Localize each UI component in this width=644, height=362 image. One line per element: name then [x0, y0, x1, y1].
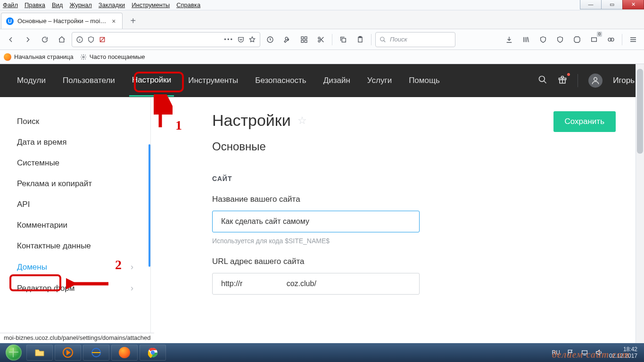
- bookmark-start-page[interactable]: Начальная страница: [4, 53, 74, 61]
- tray-network-icon[interactable]: [581, 349, 588, 356]
- sidebar-item-6[interactable]: Контактные данные: [0, 236, 150, 256]
- sidebar-item-7[interactable]: Домены›: [0, 256, 150, 278]
- menu-help[interactable]: Справка: [176, 1, 200, 8]
- pocket-icon[interactable]: [237, 36, 245, 43]
- nav-modules[interactable]: Модули: [14, 66, 49, 96]
- toolbar-separator: [371, 34, 372, 45]
- annotation-number-2: 2: [115, 258, 122, 272]
- history-icon[interactable]: [263, 33, 277, 47]
- downloads-icon[interactable]: [502, 33, 516, 47]
- paste-icon[interactable]: [353, 33, 367, 47]
- svg-rect-27: [582, 351, 587, 354]
- copy-icon[interactable]: [336, 33, 350, 47]
- firefox-bookmarks-bar: Начальная страница Часто посещаемые: [0, 50, 644, 64]
- nav-forward-button[interactable]: [21, 33, 35, 47]
- taskbar-ie[interactable]: [83, 345, 109, 361]
- sidebar-item-label: Поиск: [17, 117, 39, 126]
- firefox-nav-toolbar: ••• Поиск: [0, 29, 644, 50]
- url-bar[interactable]: •••: [72, 32, 260, 47]
- site-name-hint: Используется для кода $SITE_NAME$: [212, 237, 620, 245]
- page-actions-icon[interactable]: •••: [224, 36, 233, 43]
- nav-home-button[interactable]: [55, 33, 69, 47]
- topnav-gift-icon[interactable]: [558, 75, 567, 86]
- window-maximize-button[interactable]: ▭: [601, 0, 623, 9]
- site-url-input[interactable]: [212, 273, 420, 295]
- bookmark-star-icon[interactable]: [248, 36, 256, 43]
- new-tab-button[interactable]: +: [126, 14, 140, 27]
- nav-design[interactable]: Дизайн: [321, 66, 353, 96]
- settings-main: Настройки ☆ Сохранить Основные САЙТ Назв…: [151, 97, 644, 343]
- permissions-blocked-icon: [99, 36, 106, 43]
- subheading: Основные: [212, 140, 620, 153]
- search-placeholder: Поиск: [390, 36, 407, 43]
- menu-view[interactable]: Вид: [52, 1, 63, 8]
- search-icon: [380, 36, 386, 43]
- customize-icon[interactable]: [297, 33, 311, 47]
- svg-point-20: [594, 77, 597, 81]
- cut-scissors-icon[interactable]: [314, 33, 328, 47]
- menu-edit[interactable]: Правка: [25, 1, 45, 8]
- devtools-wrench-icon[interactable]: [280, 33, 294, 47]
- sidebar-item-3[interactable]: Реклама и копирайт: [0, 173, 150, 194]
- menu-bookmarks[interactable]: Закладки: [99, 1, 125, 8]
- sidebar-item-2[interactable]: Системные: [0, 153, 150, 173]
- svg-rect-4: [305, 37, 307, 39]
- favorite-star-icon[interactable]: ☆: [297, 115, 307, 127]
- sidebar-item-label: Комментарии: [17, 221, 67, 230]
- browser-tab[interactable]: U Основные – Настройки – moi… ×: [1, 13, 123, 29]
- tab-close-icon[interactable]: ×: [110, 17, 117, 25]
- menu-file[interactable]: Файл: [3, 1, 18, 8]
- info-icon: [76, 36, 83, 43]
- tray-lang[interactable]: RU: [552, 349, 560, 356]
- taskbar-firefox[interactable]: [111, 345, 138, 361]
- site-name-input[interactable]: [212, 211, 420, 232]
- page-viewport: Модули Пользователи Настройки Инструмент…: [0, 64, 644, 343]
- nav-help[interactable]: Помощь: [406, 66, 443, 96]
- svg-point-16: [83, 56, 84, 58]
- nav-tools[interactable]: Инструменты: [185, 66, 241, 96]
- start-button[interactable]: [3, 345, 25, 361]
- section-site-label: САЙТ: [212, 175, 620, 182]
- window-close-button[interactable]: ✕: [622, 0, 644, 9]
- sidebar-item-4[interactable]: API: [0, 194, 150, 215]
- nav-security[interactable]: Безопасность: [252, 66, 309, 96]
- tray-volume-icon[interactable]: [595, 349, 603, 356]
- bookmark-most-visited[interactable]: Часто посещаемые: [80, 53, 145, 60]
- firefox-menubar: Файл Правка Вид Журнал Закладки Инструме…: [0, 0, 644, 10]
- topnav-search-icon[interactable]: [538, 75, 547, 86]
- sidebar-item-1[interactable]: Дата и время: [0, 132, 150, 153]
- search-bar[interactable]: Поиск: [375, 32, 455, 47]
- nav-users[interactable]: Пользователи: [60, 66, 118, 96]
- sidebar-item-8[interactable]: Редактор форм›: [0, 278, 150, 299]
- menu-history[interactable]: Журнал: [69, 1, 91, 8]
- sidebar-item-5[interactable]: Комментарии: [0, 215, 150, 236]
- addon-circles-icon[interactable]: [604, 33, 618, 47]
- hamburger-menu-icon[interactable]: [626, 33, 640, 47]
- nav-settings[interactable]: Настройки: [129, 65, 174, 97]
- sidebar-item-0[interactable]: Поиск: [0, 111, 150, 132]
- svg-point-26: [151, 351, 155, 354]
- user-avatar[interactable]: [588, 74, 603, 88]
- menu-tools[interactable]: Инструменты: [132, 1, 170, 8]
- taskbar-explorer[interactable]: [26, 345, 53, 361]
- library-icon[interactable]: [519, 33, 533, 47]
- nav-services[interactable]: Услуги: [364, 66, 395, 96]
- tray-flag-icon[interactable]: [567, 349, 574, 356]
- container-icon[interactable]: [587, 33, 601, 47]
- nav-reload-button[interactable]: [38, 33, 52, 47]
- taskbar-chrome[interactable]: [140, 345, 166, 361]
- window-minimize-button[interactable]: —: [580, 0, 602, 9]
- ublock-icon[interactable]: [536, 33, 550, 47]
- tray-clock[interactable]: 18:42 02.12.2017: [609, 346, 637, 359]
- windows-taskbar: RU 18:42 02.12.2017 делаем сайт com: [0, 343, 644, 362]
- svg-rect-3: [301, 37, 304, 39]
- svg-rect-9: [342, 38, 346, 42]
- addon-shield-icon[interactable]: [553, 33, 567, 47]
- nav-back-button[interactable]: [4, 33, 18, 47]
- taskbar-media-player[interactable]: [55, 345, 81, 361]
- page-scrollbar[interactable]: [636, 64, 644, 343]
- adblock-plus-icon[interactable]: [570, 33, 584, 47]
- save-button[interactable]: Сохранить: [553, 111, 616, 132]
- sidebar-scroll-thumb[interactable]: [149, 144, 150, 267]
- user-name[interactable]: Игорь: [613, 76, 635, 85]
